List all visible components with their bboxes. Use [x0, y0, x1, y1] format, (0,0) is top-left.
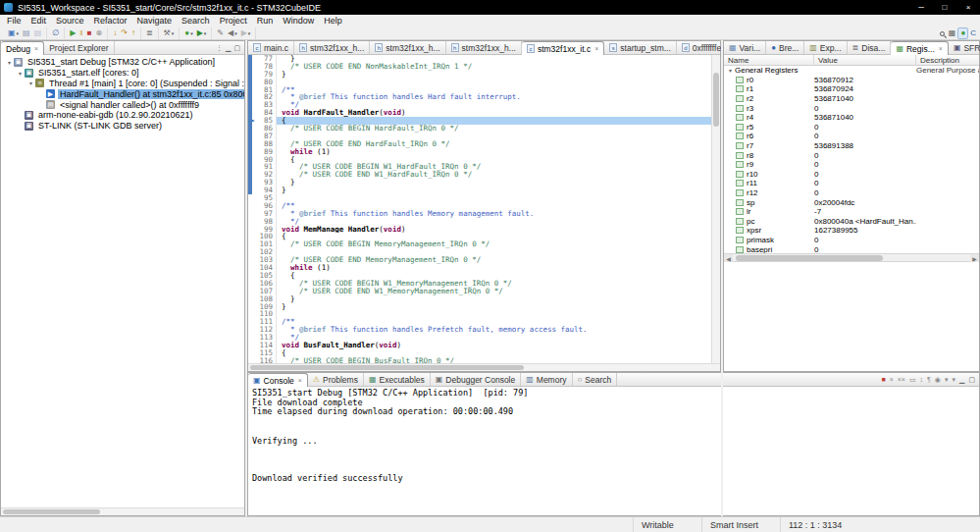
- code-text[interactable]: }: [277, 55, 720, 63]
- registers-tab-regis[interactable]: ▦Regis...×: [891, 41, 948, 55]
- new-button[interactable]: ▣▾: [6, 27, 21, 39]
- code-text[interactable]: {: [277, 233, 720, 240]
- register-row-r12[interactable]: r120: [724, 188, 979, 198]
- debug-tree-item-gdb[interactable]: ▣arm-none-eabi-gdb (10.2.90.20210621): [1, 110, 244, 121]
- register-row-r0[interactable]: r0536870912: [724, 76, 979, 85]
- code-text[interactable]: [277, 248, 720, 256]
- code-text[interactable]: [277, 194, 720, 202]
- editor-marker-ruler[interactable]: [248, 248, 258, 256]
- editor-marker-ruler[interactable]: [248, 303, 258, 311]
- register-row-r6[interactable]: r60: [724, 132, 979, 141]
- maximize-icon[interactable]: ▢: [233, 44, 240, 52]
- step-into-button[interactable]: ↓: [111, 27, 119, 39]
- menu-window[interactable]: Window: [278, 16, 319, 26]
- build-button[interactable]: ⚒▾: [162, 27, 177, 39]
- console-tab-problems[interactable]: ⚠Problems: [308, 373, 364, 386]
- register-row-xpsr[interactable]: xpsr1627389955: [724, 226, 979, 236]
- editor-marker-ruler[interactable]: [248, 326, 258, 334]
- editor-marker-ruler[interactable]: [248, 310, 258, 318]
- registers-tab-vari[interactable]: ▦Vari...: [724, 41, 766, 54]
- editor-marker-ruler[interactable]: [248, 295, 258, 303]
- debug-tree-item-frame-signal[interactable]: ▤<signal handler called>() at 0xfffffff9: [1, 99, 244, 110]
- editor-marker-ruler[interactable]: [248, 233, 258, 240]
- editor-marker-ruler[interactable]: [248, 342, 258, 349]
- editor-marker-ruler[interactable]: [248, 334, 258, 342]
- code-text[interactable]: /* USER CODE END W1_HardFault_IRQn 0 */: [277, 171, 720, 179]
- editor-tab-stm32f1xx-h[interactable]: hstm32f1xx_h...: [446, 41, 522, 54]
- minimize-window-button[interactable]: ─: [909, 0, 933, 15]
- editor-marker-ruler[interactable]: [248, 210, 258, 218]
- step-return-button[interactable]: ↑: [129, 27, 137, 39]
- column-header-description[interactable]: Description: [916, 55, 979, 65]
- terminate-console-button[interactable]: ■: [881, 376, 885, 383]
- save-all-button[interactable]: ▤: [32, 27, 44, 39]
- console-output[interactable]: SI5351_start Debug [STM32 C/C++ Applicat…: [248, 387, 979, 515]
- register-row-r7[interactable]: r7536891388: [724, 141, 979, 151]
- menu-run[interactable]: Run: [252, 16, 279, 26]
- menu-help[interactable]: Help: [319, 16, 347, 26]
- code-text[interactable]: {: [277, 117, 720, 125]
- code-text[interactable]: /* USER CODE END NonMaskableInt_IRQn 1 *…: [277, 63, 720, 71]
- close-window-button[interactable]: ×: [956, 0, 980, 15]
- expander-icon[interactable]: ▾: [5, 59, 14, 66]
- editor-marker-ruler[interactable]: [248, 202, 258, 210]
- close-icon[interactable]: ×: [939, 45, 943, 52]
- editor-marker-ruler[interactable]: [248, 349, 258, 357]
- editor-tab-main-c[interactable]: cmain.c: [248, 41, 294, 54]
- code-text[interactable]: }: [277, 303, 720, 311]
- register-row-r8[interactable]: r80: [724, 150, 979, 160]
- debug-tree-item-thread[interactable]: ▾≡Thread #1 [main] 1 [core: 0] (Suspende…: [1, 79, 244, 89]
- close-icon[interactable]: ×: [298, 377, 302, 384]
- close-icon[interactable]: ×: [594, 45, 598, 52]
- code-text[interactable]: /* USER CODE END MemoryManagement_IRQn 0…: [277, 256, 720, 264]
- save-button[interactable]: ▤: [21, 27, 32, 39]
- column-header-value[interactable]: Value: [814, 55, 916, 65]
- last-edit-location-button[interactable]: ✎: [215, 27, 226, 39]
- debug-tree-item-launch[interactable]: ▾▣SI5351_start Debug [STM32 C/C++ Applic…: [1, 57, 244, 68]
- code-text[interactable]: [277, 310, 720, 318]
- code-text[interactable]: * @brief This function handles Hard faul…: [277, 93, 720, 101]
- c-cpp-perspective-button[interactable]: C: [968, 27, 978, 39]
- scrollbar-thumb[interactable]: [3, 509, 100, 514]
- editor-marker-ruler[interactable]: [248, 240, 258, 248]
- registers-hscrollbar[interactable]: ◀ ▶: [724, 253, 979, 262]
- step-over-button[interactable]: ↷: [119, 27, 129, 39]
- editor-marker-ruler[interactable]: [248, 272, 258, 280]
- scroll-left-icon[interactable]: ◀: [724, 254, 733, 262]
- editor-tab-stm32f1xx-h[interactable]: hstm32f1xx_h...: [294, 41, 370, 54]
- register-row-sp[interactable]: sp0x20004fdc: [724, 197, 979, 207]
- register-row-r9[interactable]: r90: [724, 160, 979, 170]
- console-tab-executables[interactable]: ▦Executables: [364, 373, 431, 386]
- editor-marker-ruler[interactable]: [248, 288, 258, 295]
- expander-icon[interactable]: ▾: [16, 70, 25, 77]
- debug-hscrollbar[interactable]: [1, 507, 244, 515]
- minimize-view-button[interactable]: ▁: [959, 376, 964, 384]
- code-text[interactable]: * @brief This function handles Prefetch …: [277, 326, 720, 334]
- code-text[interactable]: }: [277, 71, 720, 79]
- close-icon[interactable]: ×: [34, 45, 38, 52]
- remove-all-launches-button[interactable]: ××: [898, 376, 905, 383]
- debug-tab-project-explorer[interactable]: Project Explorer: [44, 41, 114, 54]
- register-row-r11[interactable]: r110: [724, 179, 979, 188]
- instruction-stepping-button[interactable]: ≣: [144, 27, 155, 39]
- scrollbar-thumb[interactable]: [713, 73, 719, 127]
- code-text[interactable]: * @brief This function handles Memory ma…: [277, 210, 720, 218]
- code-text[interactable]: while (1): [277, 148, 720, 156]
- open-console-button[interactable]: ▾: [952, 376, 955, 384]
- code-text[interactable]: /**: [277, 86, 720, 94]
- register-row-r5[interactable]: r50: [724, 123, 979, 133]
- editor-tab-0xfffffffe[interactable]: d0xfffffffe: [677, 41, 727, 54]
- debug-button[interactable]: ●▾: [182, 27, 194, 39]
- editor-tab-startup-stm[interactable]: sstartup_stm...: [604, 41, 677, 54]
- code-text[interactable]: }: [277, 179, 720, 186]
- editor-tab-stm32f1xx-h[interactable]: hstm32f1xx_h...: [370, 41, 445, 54]
- code-text[interactable]: */: [277, 101, 720, 109]
- editor-hscrollbar[interactable]: [248, 363, 720, 371]
- pin-console-button[interactable]: ◉: [935, 376, 941, 384]
- code-text[interactable]: /* USER CODE END HardFault_IRQn 0 */: [277, 140, 720, 148]
- code-text[interactable]: /* USER CODE BEGIN W1_HardFault_IRQn 0 *…: [277, 163, 720, 171]
- register-row-r1[interactable]: r1536870924: [724, 84, 979, 94]
- expander-icon[interactable]: ▾: [26, 80, 35, 86]
- editor-marker-ruler[interactable]: [248, 218, 258, 226]
- code-text[interactable]: void HardFault_Handler(void): [277, 109, 720, 117]
